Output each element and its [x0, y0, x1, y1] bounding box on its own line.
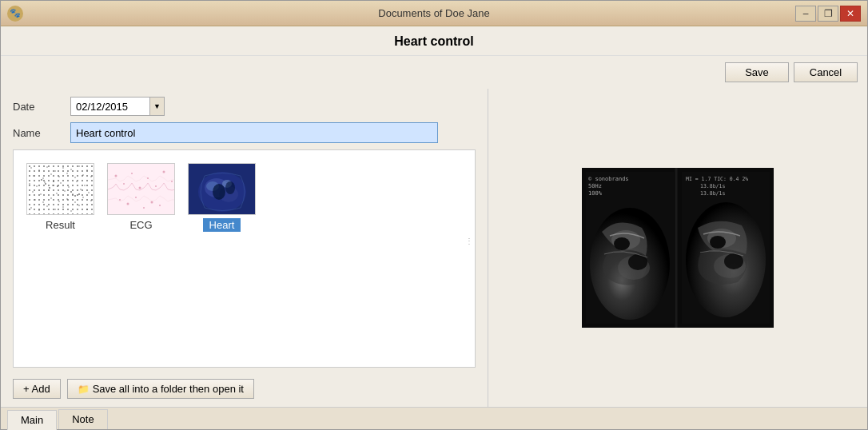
svg-point-61 — [131, 173, 133, 174]
svg-point-12 — [58, 176, 60, 177]
minimize-button[interactable]: – — [795, 6, 816, 22]
tab-note[interactable]: Note — [58, 409, 107, 429]
doc-item-ecg[interactable]: ECG — [107, 163, 175, 232]
doc-label-ecg: ECG — [123, 218, 158, 232]
svg-point-25 — [32, 191, 34, 193]
svg-point-59 — [115, 175, 117, 177]
svg-point-42 — [38, 209, 40, 211]
heart-preview-svg — [189, 164, 256, 215]
svg-text:13.8b/1s: 13.8b/1s — [700, 183, 725, 189]
doc-item-heart[interactable]: Heart — [188, 163, 256, 232]
close-button[interactable]: ✕ — [840, 6, 861, 22]
svg-text:13.8b/1s: 13.8b/1s — [700, 190, 725, 197]
svg-point-64 — [155, 185, 157, 187]
svg-point-50 — [45, 183, 46, 185]
docs-grid: Result — [20, 157, 468, 238]
svg-point-36 — [58, 201, 60, 202]
svg-point-72 — [159, 205, 161, 206]
svg-point-37 — [66, 198, 68, 200]
svg-point-11 — [50, 173, 52, 175]
svg-point-71 — [151, 201, 153, 204]
svg-point-23 — [76, 181, 78, 182]
svg-point-51 — [49, 187, 50, 189]
save-button[interactable]: Save — [725, 62, 789, 82]
doc-label-heart: Heart — [203, 218, 241, 232]
svg-point-43 — [46, 205, 48, 207]
restore-button[interactable]: ❐ — [818, 6, 838, 22]
save-folder-button[interactable]: 📁 Save all into a folder then open it — [67, 379, 254, 399]
svg-point-60 — [123, 183, 125, 185]
svg-point-79 — [213, 184, 225, 200]
doc-label-result: Result — [39, 218, 82, 232]
toolbar: Save Cancel — [1, 56, 867, 89]
date-label: Date — [13, 101, 61, 113]
svg-point-32 — [88, 192, 90, 193]
svg-point-9 — [33, 175, 34, 177]
svg-point-54 — [70, 191, 72, 193]
svg-text:100%: 100% — [588, 190, 603, 197]
svg-point-86 — [614, 237, 630, 250]
svg-point-15 — [82, 174, 84, 176]
date-input[interactable] — [70, 97, 150, 116]
cancel-button[interactable]: Cancel — [794, 62, 858, 82]
doc-thumbnail-result — [26, 163, 94, 215]
result-preview-svg — [27, 164, 94, 215]
main-window: 🐾 Documents of Doe Jane – ❐ ✕ Heart cont… — [0, 0, 868, 430]
svg-point-33 — [34, 199, 36, 201]
svg-point-29 — [64, 190, 66, 192]
name-input[interactable] — [70, 122, 438, 143]
tab-main[interactable]: Main — [7, 410, 57, 430]
svg-point-47 — [78, 205, 80, 206]
page-title: Heart control — [394, 34, 474, 48]
svg-point-31 — [80, 189, 82, 190]
svg-point-53 — [57, 185, 58, 187]
add-button[interactable]: + Add — [13, 379, 61, 399]
svg-point-21 — [60, 182, 62, 184]
save-folder-label: Save all into a folder then open it — [93, 383, 244, 395]
svg-text:50Hz: 50Hz — [588, 183, 602, 189]
doc-item-result[interactable]: Result — [26, 163, 94, 232]
svg-point-10 — [42, 177, 44, 179]
title-bar: 🐾 Documents of Doe Jane – ❐ ✕ — [1, 1, 867, 26]
doc-thumbnail-ecg — [107, 163, 175, 215]
svg-point-30 — [72, 193, 74, 195]
svg-point-13 — [66, 173, 68, 174]
window-title: Documents of Doe Jane — [378, 7, 489, 19]
svg-point-19 — [44, 181, 46, 183]
svg-point-92 — [710, 236, 726, 249]
documents-area: Result — [13, 149, 476, 368]
app-icon: 🐾 — [7, 6, 23, 22]
svg-point-26 — [40, 193, 42, 195]
svg-point-34 — [42, 201, 44, 203]
scroll-indicator: ⋮ — [465, 237, 473, 245]
svg-point-67 — [119, 199, 121, 201]
date-input-wrapper: ▼ — [70, 97, 165, 116]
svg-point-48 — [86, 209, 88, 210]
ecg-preview-svg — [108, 164, 175, 215]
date-row: Date ▼ — [13, 97, 476, 116]
svg-point-40 — [90, 200, 92, 201]
svg-point-66 — [171, 181, 173, 182]
svg-point-3 — [46, 166, 48, 168]
svg-point-7 — [78, 165, 80, 167]
svg-point-93 — [724, 253, 743, 269]
svg-point-6 — [70, 169, 72, 170]
svg-point-17 — [29, 183, 30, 185]
svg-point-46 — [70, 210, 72, 212]
svg-point-41 — [30, 207, 32, 209]
svg-text:MI = 1.7 TIC: 0.4 2%: MI = 1.7 TIC: 0.4 2% — [686, 176, 748, 182]
svg-point-52 — [53, 181, 54, 182]
svg-point-49 — [41, 179, 42, 181]
svg-point-80 — [225, 181, 235, 194]
bottom-buttons: + Add 📁 Save all into a folder then open… — [13, 374, 476, 399]
svg-point-5 — [62, 167, 64, 169]
svg-point-44 — [54, 209, 56, 210]
name-row: Name — [13, 122, 476, 143]
svg-point-22 — [68, 186, 70, 188]
doc-thumbnail-heart — [188, 163, 256, 215]
svg-point-8 — [86, 169, 88, 171]
svg-point-24 — [84, 185, 86, 186]
date-dropdown-button[interactable]: ▼ — [150, 97, 165, 116]
svg-point-4 — [54, 170, 56, 172]
svg-point-56 — [78, 193, 80, 195]
